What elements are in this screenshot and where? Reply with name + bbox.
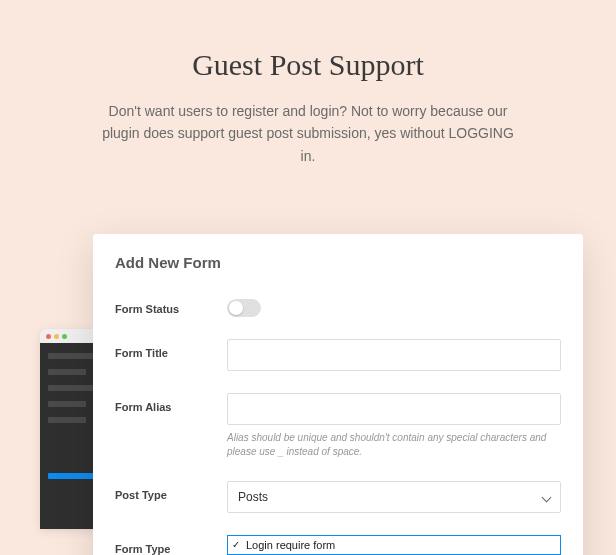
minimize-dot-icon — [54, 334, 59, 339]
toggle-knob-icon — [229, 301, 243, 315]
post-type-value: Posts — [227, 481, 561, 513]
post-type-select[interactable]: Posts — [227, 481, 561, 513]
page-description: Don't want users to register and login? … — [98, 100, 518, 167]
form-title-label: Form Title — [115, 339, 227, 359]
form-type-dropdown-list: ✓ Login require form Guest form — [227, 535, 561, 555]
post-type-label: Post Type — [115, 481, 227, 501]
form-alias-label: Form Alias — [115, 393, 227, 413]
option-label: Login require form — [246, 539, 335, 551]
add-form-modal: Add New Form Form Status Form Title Form… — [93, 234, 583, 555]
form-type-select[interactable]: ✓ Login require form Guest form — [227, 535, 561, 555]
form-type-label: Form Type — [115, 535, 227, 555]
modal-title: Add New Form — [115, 254, 561, 271]
page-title: Guest Post Support — [0, 48, 616, 82]
form-alias-helper: Alias should be unique and shouldn't con… — [227, 431, 561, 459]
maximize-dot-icon — [62, 334, 67, 339]
form-status-toggle[interactable] — [227, 299, 261, 317]
close-dot-icon — [46, 334, 51, 339]
form-type-option-login[interactable]: ✓ Login require form — [228, 536, 560, 554]
chevron-down-icon — [543, 494, 551, 502]
form-title-input[interactable] — [227, 339, 561, 371]
form-alias-input[interactable] — [227, 393, 561, 425]
checkmark-icon: ✓ — [232, 539, 240, 550]
form-status-label: Form Status — [115, 295, 227, 315]
